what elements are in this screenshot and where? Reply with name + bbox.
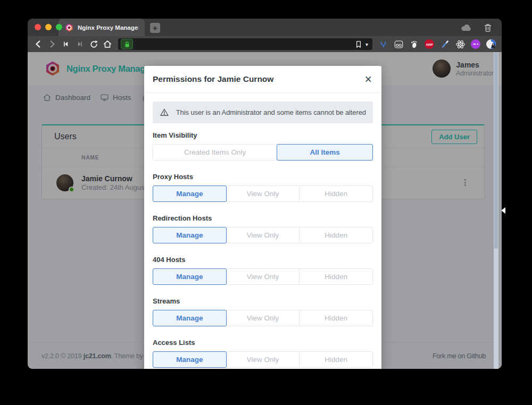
privacy-lock-extension-icon[interactable]	[486, 39, 496, 49]
modal-title: Permissions for Jamie Curnow	[153, 74, 273, 84]
svg-text:ABP: ABP	[426, 43, 433, 46]
proxy-hosts-view-only-button[interactable]: View Only	[226, 185, 300, 202]
back-icon[interactable]	[32, 38, 45, 50]
bookmark-dropdown-caret-icon[interactable]: ▾	[365, 41, 370, 47]
warning-triangle-icon	[160, 107, 169, 117]
page-viewport: Nginx Proxy Manager James Administrator …	[28, 52, 502, 369]
close-window-button[interactable]	[35, 24, 41, 30]
visibility-created-items-only-button[interactable]: Created Items Only	[153, 144, 277, 161]
container-box-extension-icon[interactable]	[393, 39, 404, 49]
browser-tab-bar: Nginx Proxy Manager +	[28, 19, 502, 36]
item-visibility-group: Created Items Only All Items	[153, 144, 373, 161]
page-scrollbar[interactable]	[494, 52, 498, 369]
https-lock-icon[interactable]	[121, 39, 133, 49]
browser-tab[interactable]: Nginx Proxy Manager	[59, 19, 145, 36]
modal-close-icon[interactable]: ×	[364, 73, 373, 86]
browser-toolbar: ▾ ABP	[28, 36, 502, 52]
404-hosts-label: 404 Hosts	[153, 256, 373, 263]
eyedropper-extension-icon[interactable]	[439, 39, 450, 49]
scrollbar-thumb[interactable]	[494, 52, 498, 249]
access-lists-hidden-button[interactable]: Hidden	[299, 351, 373, 368]
favicon-npm-logo-icon	[65, 23, 73, 32]
proxy-hosts-hidden-button[interactable]: Hidden	[299, 185, 373, 202]
skip-forward-icon[interactable]	[73, 38, 86, 50]
trash-icon[interactable]	[481, 21, 494, 34]
skip-back-icon[interactable]	[60, 38, 72, 50]
new-tab-button[interactable]: +	[150, 23, 160, 33]
edge-reveal-arrow-icon[interactable]	[501, 207, 505, 214]
redirection-hosts-manage-button[interactable]: Manage	[153, 227, 227, 243]
purple-circle-extension-icon[interactable]	[470, 39, 481, 49]
gnome-foot-extension-icon[interactable]	[409, 39, 419, 49]
visibility-all-items-button[interactable]: All Items	[277, 144, 373, 161]
streams-view-only-button[interactable]: View Only	[226, 310, 300, 326]
maximize-window-button[interactable]	[56, 24, 62, 30]
404-hosts-view-only-button[interactable]: View Only	[226, 268, 300, 285]
perm-group-access-lists: Access Lists Manage View Only Hidden	[153, 339, 373, 368]
404-hosts-manage-button[interactable]: Manage	[153, 268, 227, 285]
perm-group-proxy-hosts: Proxy Hosts Manage View Only Hidden	[153, 173, 373, 202]
access-lists-manage-button[interactable]: Manage	[153, 351, 227, 368]
proxy-hosts-manage-button[interactable]: Manage	[153, 185, 227, 202]
fork-extension-icon[interactable]	[378, 39, 388, 49]
access-lists-view-only-button[interactable]: View Only	[226, 351, 300, 368]
home-icon[interactable]	[101, 38, 114, 50]
item-visibility-label: Item Visibility	[153, 132, 373, 139]
reload-icon[interactable]	[87, 38, 100, 50]
proxy-hosts-label: Proxy Hosts	[153, 173, 373, 180]
extension-icons: ABP	[377, 39, 497, 49]
cloud-sync-icon[interactable]	[460, 21, 472, 34]
perm-group-streams: Streams Manage View Only Hidden	[153, 298, 373, 326]
access-lists-label: Access Lists	[153, 339, 373, 346]
redirection-hosts-hidden-button[interactable]: Hidden	[299, 227, 373, 243]
url-bar[interactable]: ▾	[118, 38, 372, 50]
streams-manage-button[interactable]: Manage	[153, 310, 227, 326]
streams-label: Streams	[153, 298, 373, 305]
admin-warning-alert: This user is an Administrator and some i…	[153, 102, 373, 123]
perm-group-404-hosts: 404 Hosts Manage View Only Hidden	[153, 256, 373, 285]
redirection-hosts-label: Redirection Hosts	[153, 215, 373, 222]
minimize-window-button[interactable]	[45, 24, 52, 30]
bookmark-icon[interactable]	[355, 40, 362, 48]
streams-hidden-button[interactable]: Hidden	[299, 310, 373, 326]
adblock-plus-extension-icon[interactable]: ABP	[424, 39, 435, 49]
alert-text: This user is an Administrator and some i…	[176, 108, 366, 116]
redirection-hosts-view-only-button[interactable]: View Only	[226, 227, 300, 243]
window-controls	[35, 24, 62, 30]
atom-extension-icon[interactable]	[455, 39, 466, 49]
perm-group-redirection-hosts: Redirection Hosts Manage View Only Hidde…	[153, 215, 373, 243]
forward-icon[interactable]	[46, 38, 59, 50]
404-hosts-hidden-button[interactable]: Hidden	[299, 268, 373, 285]
permissions-modal: Permissions for Jamie Curnow × This user…	[144, 66, 381, 369]
browser-window: Nginx Proxy Manager +	[28, 19, 502, 369]
tab-title: Nginx Proxy Manager	[78, 24, 138, 31]
